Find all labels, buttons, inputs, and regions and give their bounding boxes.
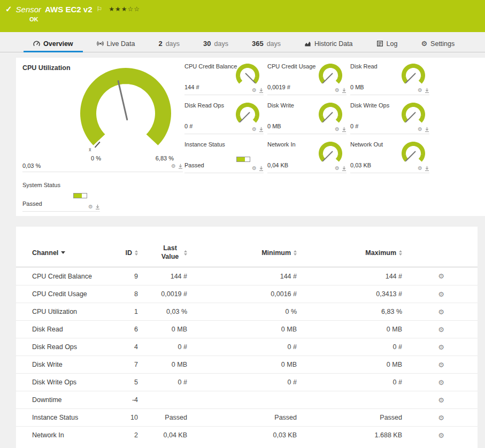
tab-30-days[interactable]: 30days [191, 35, 240, 52]
column-header-channel[interactable]: Channel [32, 249, 102, 257]
tab-historic-data[interactable]: Historic Data [292, 35, 365, 52]
live-icon [97, 40, 104, 47]
tab-overview[interactable]: Overview [21, 35, 85, 52]
object-kind-label: Sensor [16, 5, 42, 14]
channel-settings-gear-icon[interactable]: ⚙ [438, 361, 444, 368]
minimum-value: 0 MB [187, 361, 297, 368]
tile-value: 0 # [184, 123, 193, 129]
channel-id: 7 [102, 361, 138, 368]
pin-icon[interactable] [259, 127, 264, 132]
gear-icon[interactable]: ⚙ [171, 164, 176, 169]
channel-table-body: CPU Credit Balance9144 #144 #144 #⚙CPU C… [16, 267, 478, 444]
tab-log[interactable]: Log [365, 35, 410, 52]
gauge-tile-system-status[interactable]: System Status Passed ⚙ [22, 180, 100, 212]
tab-label: Log [387, 40, 398, 48]
main-gauge-min-label: 0 % [91, 155, 101, 161]
channel-settings-gear-icon[interactable]: ⚙ [438, 326, 444, 333]
tab-label: Settings [430, 40, 455, 48]
column-header-maximum[interactable]: Maximum [297, 249, 402, 257]
gear-icon[interactable]: ⚙ [252, 88, 257, 93]
channel-id: 8 [102, 290, 138, 298]
tile-value: 144 # [184, 84, 199, 90]
gear-icon[interactable]: ⚙ [252, 127, 257, 132]
tile-title: Network Out [350, 141, 383, 148]
sensor-header-line: ✓ Sensor AWS EC2 v2 ⚐ ★★★☆☆ [5, 4, 140, 14]
status-check-icon: ✓ [5, 4, 12, 14]
tab-settings[interactable]: ⚙Settings [409, 35, 466, 52]
gear-icon[interactable]: ⚙ [88, 204, 93, 210]
gear-icon[interactable]: ⚙ [335, 166, 340, 171]
gauge-tile-cpu-credit-balance[interactable]: CPU Credit Balance 144 #⚙ [184, 62, 264, 95]
tab-label: days [214, 40, 228, 48]
gauge-tile-disk-read-ops[interactable]: Disk Read Ops 0 #⚙ [184, 101, 264, 134]
tab-label: days [166, 40, 180, 48]
maximum-value: 0 MB [297, 326, 402, 333]
tab-live-data[interactable]: Live Data [85, 35, 147, 52]
gauge-tile-disk-write-ops[interactable]: Disk Write Ops 0 #⚙ [350, 101, 429, 134]
historic-icon [304, 40, 311, 47]
maximum-value: Passed [297, 414, 402, 421]
pin-icon[interactable] [342, 127, 347, 132]
channel-name: Disk Write Ops [32, 379, 102, 386]
channel-settings-gear-icon[interactable]: ⚙ [438, 379, 444, 386]
minimum-value: 144 # [187, 273, 297, 280]
pin-icon[interactable] [259, 166, 264, 171]
channel-settings-gear-icon[interactable]: ⚙ [438, 344, 444, 351]
gear-icon[interactable]: ⚙ [418, 166, 422, 171]
gauge-tile-network-out[interactable]: Network Out 0,03 KB⚙ [350, 140, 429, 173]
channel-settings-gear-icon[interactable]: ⚙ [438, 397, 444, 404]
minimum-value: 0 # [187, 343, 297, 351]
gauge-dial [399, 140, 427, 168]
channel-settings-gear-icon[interactable]: ⚙ [438, 414, 444, 421]
tab-bar: OverviewLive Data2days30days365daysHisto… [0, 35, 485, 52]
gear-icon[interactable]: ⚙ [252, 166, 257, 171]
priority-stars[interactable]: ★★★☆☆ [109, 5, 140, 13]
channel-settings-gear-icon[interactable]: ⚙ [438, 308, 444, 315]
column-label: Channel [32, 249, 58, 257]
gauge-dial [399, 101, 427, 129]
channel-name: Instance Status [32, 414, 102, 421]
average-marker-label: x̄ [89, 147, 91, 152]
maximum-value: 0 # [297, 343, 402, 351]
tile-value: 0 # [350, 123, 358, 129]
pin-icon[interactable] [95, 204, 100, 210]
pin-icon[interactable] [178, 164, 183, 169]
tab-label: Overview [43, 40, 73, 48]
pin-icon[interactable] [342, 88, 347, 93]
last-value: 0 MB [138, 361, 187, 368]
channel-settings-gear-icon[interactable]: ⚙ [438, 291, 444, 298]
tab-2-days[interactable]: 2days [147, 35, 191, 52]
channel-name: Downtime [32, 396, 102, 404]
gauge-tile-instance-status[interactable]: Instance StatusPassed⚙ [184, 140, 264, 173]
gauge-tile-disk-write[interactable]: Disk Write 0 MB⚙ [267, 101, 347, 134]
column-header-id[interactable]: ID [102, 249, 138, 257]
pin-icon[interactable] [342, 166, 347, 171]
gear-icon[interactable]: ⚙ [418, 127, 422, 132]
pin-icon[interactable] [259, 88, 264, 93]
main-gauge-scale: 0 % 6,83 % [91, 155, 174, 161]
tab-number: 365 [252, 40, 264, 48]
sort-arrows-icon [399, 250, 402, 256]
gauge-tile-disk-read[interactable]: Disk Read 0 MB⚙ [350, 62, 429, 95]
gauge-tile-cpu-credit-usage[interactable]: CPU Credit Usage 0,0019 #⚙ [267, 62, 347, 95]
tab-number: 30 [203, 40, 211, 48]
pin-icon[interactable] [425, 88, 429, 93]
gear-icon[interactable]: ⚙ [418, 88, 422, 93]
maximum-value: 1.688 KB [297, 431, 402, 439]
table-row-cpu-utilization: CPU Utilization10,03 %0 %6,83 %⚙ [16, 303, 478, 320]
maximum-value: 6,83 % [297, 308, 402, 315]
gear-icon[interactable]: ⚙ [335, 88, 340, 93]
gauge-tile-network-in[interactable]: Network In 0,04 KB⚙ [267, 140, 347, 173]
channel-settings-gear-icon[interactable]: ⚙ [438, 432, 444, 439]
column-header-minimum[interactable]: Minimum [187, 249, 297, 257]
table-row-cpu-credit-usage: CPU Credit Usage80,0019 #0,0016 #0,3413 … [16, 285, 478, 303]
pin-icon[interactable] [425, 127, 429, 132]
minimum-value: 0 % [187, 308, 297, 315]
tab-number: 2 [158, 40, 162, 48]
column-header-last-value[interactable]: Last Value [138, 244, 187, 261]
channel-settings-gear-icon[interactable]: ⚙ [438, 273, 444, 280]
gear-icon[interactable]: ⚙ [335, 127, 340, 132]
column-label: ID [126, 249, 133, 257]
pin-icon[interactable] [425, 166, 429, 171]
tab-365-days[interactable]: 365days [240, 35, 292, 52]
